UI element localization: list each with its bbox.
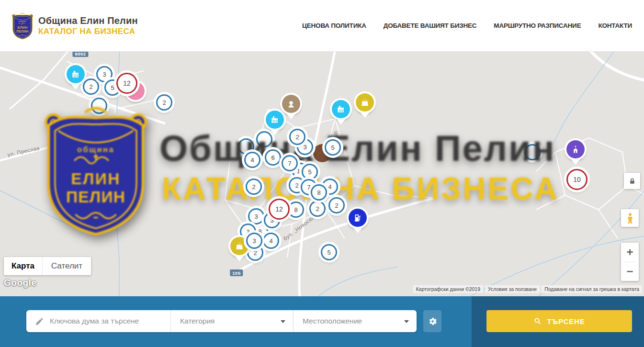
svg-text:ПЕЛИН: ПЕЛИН xyxy=(16,30,28,33)
svg-text:ЕЛИН: ЕЛИН xyxy=(71,170,120,188)
search-submit-button[interactable]: ТЪРСЕНЕ xyxy=(486,310,632,332)
nav-route-schedule[interactable]: МАРШРУТНО РАЗПИСАНИЕ xyxy=(494,22,581,29)
cluster-marker[interactable]: 4 xyxy=(244,152,260,168)
attribution-report-link[interactable]: Подаване на сигнал за грешка в картата xyxy=(542,285,642,293)
cluster-marker[interactable]: 5 xyxy=(321,244,337,260)
attribution-terms-link[interactable]: Условия за ползване xyxy=(485,285,540,293)
road-number-badge: 6002 xyxy=(72,52,88,57)
cluster-marker[interactable]: 12 xyxy=(116,73,137,94)
location-select-label: Местоположение xyxy=(303,317,362,325)
factory-pin-marker[interactable] xyxy=(266,111,284,129)
map-type-map-button[interactable]: Карта xyxy=(4,257,42,275)
factory-icon xyxy=(270,115,280,124)
watermark-title: Община Елин Пелин xyxy=(159,127,556,169)
category-select-label: Категория xyxy=(180,317,215,325)
cluster-marker[interactable]: 2 xyxy=(328,197,345,213)
municipality-shield-icon: община ЕЛИН ПЕЛИН xyxy=(11,12,34,40)
watermark-subtitle: КАТАЛОГ НА БИЗНЕСА xyxy=(162,170,559,207)
nav-contacts[interactable]: КОНТАКТИ xyxy=(598,22,632,29)
cluster-marker[interactable]: 8 xyxy=(311,184,327,201)
cluster-marker[interactable]: 3 xyxy=(246,233,262,249)
svg-text:община: община xyxy=(19,21,26,22)
watermark-shield-icon: община ЕЛИН ПЕЛИН xyxy=(41,103,151,237)
chevron-down-icon xyxy=(281,320,285,323)
google-logo[interactable]: Google xyxy=(4,278,36,288)
church-pin-marker[interactable] xyxy=(566,140,585,158)
cluster-marker[interactable]: 10 xyxy=(566,169,588,190)
bag-pin-marker[interactable] xyxy=(356,93,374,112)
search-icon xyxy=(533,317,542,325)
worker-icon xyxy=(286,99,296,109)
map-attribution: Картографски данни ©2019 Условия за полз… xyxy=(413,285,642,293)
gear-icon xyxy=(428,316,438,326)
svg-text:община: община xyxy=(77,145,114,154)
svg-text:ЕЛИН: ЕЛИН xyxy=(17,26,27,29)
pencil-icon xyxy=(35,317,44,326)
brand-logo[interactable]: община ЕЛИН ПЕЛИН Община Елин Пелин КАТА… xyxy=(11,12,138,40)
cluster-marker[interactable]: 6 xyxy=(265,149,281,166)
site-subtitle: КАТАЛОГ НА БИЗНЕСА xyxy=(38,27,138,36)
zoom-out-button[interactable]: − xyxy=(621,262,639,281)
lock-icon[interactable] xyxy=(624,173,640,189)
nav-add-your-business[interactable]: ДОБАВЕТЕ ВАШИЯТ БИЗНЕС xyxy=(384,22,477,29)
site-title: Община Елин Пелин xyxy=(38,15,138,26)
gas-pin-marker[interactable] xyxy=(349,209,367,227)
main-nav: ЦЕНОВА ПОЛИТИКА ДОБАВЕТЕ ВАШИЯТ БИЗНЕС М… xyxy=(302,22,632,29)
factory-icon xyxy=(71,69,80,79)
location-select[interactable]: Местоположение xyxy=(293,310,417,332)
map-canvas[interactable]: 6002105 ул. Преславбул. „Новоселция 2351… xyxy=(0,52,644,296)
cluster-marker[interactable]: 2 xyxy=(246,179,262,195)
nav-pricing-policy[interactable]: ЦЕНОВА ПОЛИТИКА xyxy=(302,22,366,29)
svg-text:ПЕЛИН: ПЕЛИН xyxy=(66,188,125,206)
category-select[interactable]: Категория xyxy=(170,310,293,332)
gas-icon xyxy=(353,213,362,223)
factory-icon xyxy=(336,104,346,114)
search-fields: Категория Местоположение xyxy=(26,310,417,332)
zoom-control: + − xyxy=(621,243,639,281)
cluster-marker[interactable]: 2 xyxy=(156,94,172,111)
cluster-marker[interactable]: 12 xyxy=(269,199,290,220)
cluster-marker[interactable]: 5 xyxy=(325,139,341,156)
cluster-marker[interactable]: 2 xyxy=(309,201,326,217)
cluster-marker[interactable]: 4 xyxy=(263,233,279,249)
bag-icon xyxy=(360,98,370,107)
bag-icon xyxy=(235,241,244,251)
header: община ЕЛИН ПЕЛИН Община Елин Пелин КАТА… xyxy=(0,0,644,52)
cluster-marker[interactable]: 7 xyxy=(282,155,298,171)
cluster-marker[interactable]: 2 xyxy=(83,78,99,95)
page: община ЕЛИН ПЕЛИН Община Елин Пелин КАТА… xyxy=(0,0,644,347)
map-type-satellite-button[interactable]: Сателит xyxy=(42,257,91,275)
keyword-search-input[interactable] xyxy=(50,317,160,325)
worker-pin-marker[interactable] xyxy=(282,95,300,113)
keyword-field-section xyxy=(26,310,170,332)
church-icon xyxy=(571,145,580,154)
attribution-copyright: Картографски данни ©2019 xyxy=(413,285,483,293)
cluster-marker[interactable]: 5 xyxy=(302,164,318,180)
cluster-marker[interactable]: 2 xyxy=(289,129,305,145)
factory-pin-marker[interactable] xyxy=(332,100,350,118)
cluster-marker[interactable]: 3 xyxy=(248,208,264,224)
map-type-control: Карта Сателит xyxy=(4,257,91,275)
pegman-street-view-button[interactable] xyxy=(621,209,639,227)
cluster-marker[interactable]: 8 xyxy=(288,201,304,218)
search-bar: Категория Местоположение ТЪРСЕНЕ xyxy=(0,296,644,347)
road-number-badge: 105 xyxy=(230,269,243,276)
search-submit-label: ТЪРСЕНЕ xyxy=(547,317,585,325)
zoom-in-button[interactable]: + xyxy=(621,243,639,262)
chevron-down-icon xyxy=(404,320,409,323)
advanced-search-gear-button[interactable] xyxy=(423,310,441,332)
factory-pin-marker[interactable] xyxy=(67,65,85,83)
